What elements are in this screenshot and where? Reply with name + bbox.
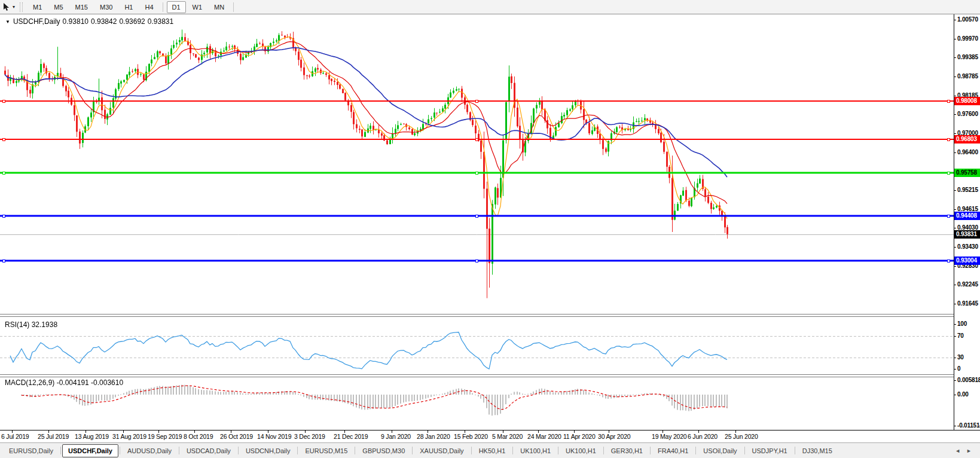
timeframe-h1-button[interactable]: H1 <box>119 1 138 13</box>
date-label: 25 Jul 2019 <box>38 433 69 440</box>
macd-scale-label: -0.011514 <box>957 422 980 429</box>
tab-separator <box>603 447 604 454</box>
price-tick-label: 0.96400 <box>957 149 978 155</box>
date-label: 6 Jul 2019 <box>1 433 29 440</box>
hline-price-flag: 0.96803 <box>954 135 980 143</box>
date-label: 21 Dec 2019 <box>334 433 368 440</box>
tab-separator <box>412 447 413 454</box>
price-tick-label: 0.99970 <box>957 35 978 42</box>
tab-eurusd-daily[interactable]: EURUSD,Daily <box>3 444 59 457</box>
date-label: 19 May 2020 <box>652 433 687 440</box>
price-tick-label: 0.97600 <box>957 111 978 117</box>
price-tick-label: 0.99385 <box>957 54 978 60</box>
ohlc-low: 0.93692 <box>119 17 145 26</box>
date-label: 3 Dec 2019 <box>294 433 325 440</box>
tab-gbpusd-m30[interactable]: GBPUSD,M30 <box>356 444 411 457</box>
tab-fra40-h1[interactable]: FRA40,H1 <box>652 444 694 457</box>
date-label: 15 Feb 2020 <box>454 433 488 440</box>
rsi-indicator-label: RSI(14) 32.1938 <box>5 320 57 329</box>
symbol-period-label: USDCHF,Daily <box>13 17 60 26</box>
date-label: 19 Sep 2019 <box>148 433 182 440</box>
date-label: 13 Aug 2019 <box>75 433 109 440</box>
tab-ger30-h1[interactable]: GER30,H1 <box>605 444 649 457</box>
crosshair-cursor-tool-icon[interactable] <box>1 2 12 12</box>
timeframe-h4-button[interactable]: H4 <box>139 1 158 13</box>
collapse-arrow-icon[interactable]: ▼ <box>5 19 10 25</box>
chart-area: ▼USDCHF,Daily0.938100.938420.936920.9383… <box>0 14 980 430</box>
tab-scroll-right-icon[interactable]: ► <box>966 448 972 454</box>
tab-separator <box>60 447 61 454</box>
main-rsi-splitter[interactable] <box>0 314 980 317</box>
timeframe-m15-button[interactable]: M15 <box>70 1 93 13</box>
rsi-scale-label: 70 <box>957 332 964 339</box>
tab-separator <box>650 447 651 454</box>
tab-separator <box>795 447 795 454</box>
tab-usdjpy-h1[interactable]: USDJPY,H1 <box>746 444 793 457</box>
tab-usoil-daily[interactable]: USOil,Daily <box>697 444 743 457</box>
timeframe-m1-button[interactable]: M1 <box>28 1 47 13</box>
tab-usdchf-daily[interactable]: USDCHF,Daily <box>62 444 118 457</box>
tab-uk100-h1[interactable]: UK100,H1 <box>514 444 557 457</box>
tab-separator <box>297 447 298 454</box>
tab-audusd-daily[interactable]: AUDUSD,Daily <box>121 444 178 457</box>
tab-usdcnh-daily[interactable]: USDCNH,Daily <box>240 444 297 457</box>
tab-dj30-m15[interactable]: DJ30,M15 <box>796 444 838 457</box>
date-label: 5 Mar 2020 <box>492 433 523 440</box>
tab-uk100-h1[interactable]: UK100,H1 <box>560 444 602 457</box>
timeframe-toolbar: ▾ M1M5M15M30H1H4D1W1MN <box>0 0 980 14</box>
rsi-scale-label: 0 <box>957 365 960 372</box>
tab-separator <box>471 447 472 454</box>
ohlc-open: 0.93810 <box>63 17 88 26</box>
tab-usdcad-daily[interactable]: USDCAD,Daily <box>181 444 237 457</box>
hline-price-flag: 0.93004 <box>954 257 980 265</box>
timeframe-d1-button[interactable]: D1 <box>167 1 186 13</box>
hline-price-flag: 0.98008 <box>954 97 980 105</box>
tab-separator <box>512 447 513 454</box>
current-price-flag: 0.93831 <box>954 230 980 239</box>
macd-scale-label: 0.00 <box>957 391 969 398</box>
date-label: 14 Nov 2019 <box>257 433 291 440</box>
rsi-scale-label: 30 <box>957 354 964 361</box>
tab-separator <box>695 447 696 454</box>
date-label: 8 Oct 2019 <box>184 433 213 440</box>
price-tick-label: 1.00570 <box>957 16 978 23</box>
toolbar-separator <box>233 2 234 12</box>
tool-dropdown-arrow-icon[interactable]: ▾ <box>13 4 15 10</box>
hline-price-flag: 0.95758 <box>954 169 980 177</box>
tab-hk50-h1[interactable]: HK50,H1 <box>473 444 512 457</box>
timeframe-m5-button[interactable]: M5 <box>48 1 68 13</box>
ohlc-high: 0.93842 <box>91 17 117 26</box>
tab-separator <box>558 447 558 454</box>
date-label: 31 Aug 2019 <box>112 433 146 440</box>
date-axis[interactable]: 6 Jul 201925 Jul 201913 Aug 201931 Aug 2… <box>0 430 980 442</box>
price-tick-label: 0.95215 <box>957 187 978 193</box>
chart-title: ▼USDCHF,Daily0.938100.938420.936920.9383… <box>5 17 176 26</box>
tab-separator <box>238 447 239 454</box>
timeframe-m30-button[interactable]: M30 <box>94 1 118 13</box>
price-tick-label: 0.98785 <box>957 73 978 80</box>
rsi-scale-label: 100 <box>957 320 967 327</box>
tab-separator <box>120 447 120 454</box>
hline-price-flag: 0.94408 <box>954 212 980 220</box>
macd-scale-label: 0.005818 <box>957 377 980 383</box>
rsi-macd-splitter[interactable] <box>0 374 980 377</box>
tab-xauusd-daily[interactable]: XAUUSD,Daily <box>414 444 469 457</box>
ohlc-close: 0.93831 <box>148 17 173 26</box>
tab-eurusd-m15[interactable]: EURUSD,M15 <box>299 444 353 457</box>
date-label: 30 Apr 2020 <box>598 433 630 440</box>
timeframe-w1-button[interactable]: W1 <box>187 1 208 13</box>
toolbar-separator <box>163 2 163 12</box>
price-chart-canvas[interactable] <box>0 14 954 430</box>
date-label: 24 Mar 2020 <box>527 433 561 440</box>
date-label: 6 Jun 2020 <box>688 433 718 440</box>
trading-terminal-window: ▾ M1M5M15M30H1H4D1W1MN ▼USDCHF,Daily0.93… <box>0 0 980 458</box>
timeframe-mn-button[interactable]: MN <box>209 1 230 13</box>
date-label: 26 Oct 2019 <box>220 433 253 440</box>
price-axis[interactable]: 1.005700.999700.993850.987850.981850.976… <box>954 14 980 430</box>
date-label: 11 Apr 2020 <box>563 433 596 440</box>
chart-tab-bar: EURUSD,DailyUSDCHF,DailyAUDUSD,DailyUSDC… <box>0 442 980 458</box>
tab-scroll-left-icon[interactable]: ◄ <box>955 448 960 454</box>
date-label: 9 Jan 2020 <box>381 433 411 440</box>
date-label: 25 Jun 2020 <box>725 433 758 440</box>
price-tick-label: 0.93430 <box>957 243 978 250</box>
